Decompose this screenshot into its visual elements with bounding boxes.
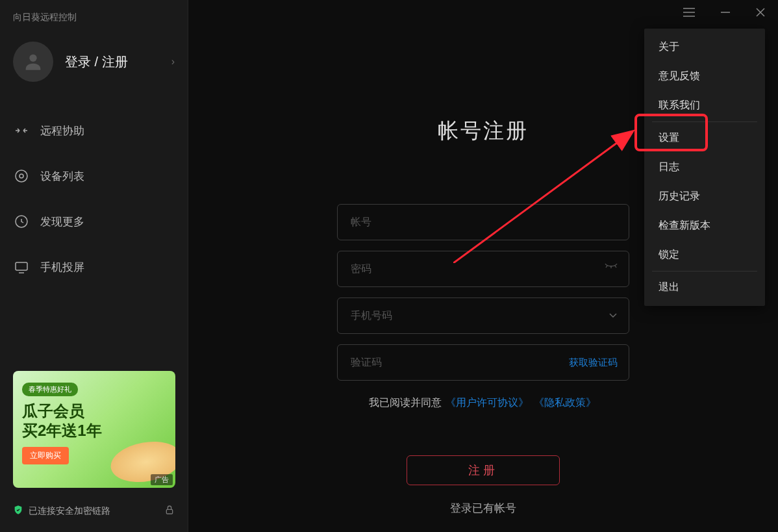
login-register-section[interactable]: 登录 / 注册 › [0,23,188,95]
promo-title: 瓜子会员 买2年送1年 [22,401,166,440]
menu-feedback[interactable]: 意见反馈 [644,62,765,91]
login-register-label: 登录 / 注册 [65,53,171,71]
remote-assist-icon [13,122,30,139]
shield-icon [13,505,23,517]
cast-icon [13,259,30,275]
svg-rect-4 [16,262,27,270]
agreement-text: 我已阅读并同意 《用户许可协议》 《隐私政策》 [369,396,598,410]
chevron-right-icon: › [171,56,175,68]
svg-point-0 [29,55,36,62]
nav-label: 远程协助 [40,123,84,138]
titlebar-controls [683,8,765,17]
privacy-link[interactable]: 《隐私政策》 [534,397,596,408]
minimize-icon [721,8,730,17]
menu-history[interactable]: 历史记录 [644,182,765,211]
promo-buy-button[interactable]: 立即购买 [22,447,69,464]
menu-divider [652,121,757,122]
promo-badge: 春季特惠好礼 [22,383,78,396]
discover-icon [13,213,30,230]
user-icon [22,51,44,73]
menu-about[interactable]: 关于 [644,32,765,62]
status-text: 已连接安全加密链路 [29,505,110,517]
nav-remote-assist[interactable]: 远程协助 [0,108,188,153]
app-title: 向日葵远程控制 [0,0,188,23]
sidebar: 向日葵远程控制 登录 / 注册 › 远程协助 设备列表 发现更多 [0,0,188,532]
promo-banner[interactable]: 春季特惠好礼 瓜子会员 买2年送1年 立即购买 广告 [13,371,175,488]
close-icon [756,8,765,17]
menu-divider [652,271,757,272]
hamburger-icon [683,8,695,17]
form-title: 帐号注册 [438,117,529,146]
menu-settings[interactable]: 设置 [644,123,765,153]
menu-contact[interactable]: 联系我们 [644,91,765,120]
eula-link[interactable]: 《用户许可协议》 [445,397,529,408]
nav-phone-cast[interactable]: 手机投屏 [0,244,188,290]
password-input[interactable] [337,251,629,287]
menu-button[interactable] [683,8,695,17]
svg-point-2 [19,174,23,178]
nav-label: 设备列表 [40,169,84,184]
menu-lock[interactable]: 锁定 [644,240,765,270]
chevron-down-icon[interactable] [609,310,618,322]
main-content: 帐号注册 获取验证码 我已阅读并同意 《用户许可协议》 《隐私政策》 注册 登录… [188,0,778,532]
register-form: 帐号注册 获取验证码 我已阅读并同意 《用户许可协议》 《隐私政策》 注册 登录… [337,117,629,516]
phone-input[interactable] [337,298,629,334]
status-bar: 已连接安全加密链路 [13,504,175,518]
main-dropdown-menu: 关于 意见反馈 联系我们 设置 日志 历史记录 检查新版本 锁定 退出 [644,29,765,306]
register-button[interactable]: 注册 [407,455,560,485]
nav-label: 发现更多 [40,214,84,229]
minimize-button[interactable] [721,8,730,17]
nav-device-list[interactable]: 设备列表 [0,153,188,199]
device-list-icon [13,168,30,184]
lock-icon[interactable] [164,504,175,518]
account-input[interactable] [337,204,629,240]
eye-toggle-icon[interactable] [605,263,618,275]
nav-discover-more[interactable]: 发现更多 [0,199,188,244]
login-existing-link[interactable]: 登录已有帐号 [450,501,516,516]
nav-label: 手机投屏 [40,260,84,275]
nav-list: 远程协助 设备列表 发现更多 手机投屏 [0,108,188,290]
menu-check-update[interactable]: 检查新版本 [644,211,765,240]
get-code-button[interactable]: 获取验证码 [569,357,618,369]
svg-point-1 [16,170,27,182]
close-button[interactable] [756,8,765,17]
menu-log[interactable]: 日志 [644,153,765,182]
svg-rect-5 [166,509,172,514]
menu-exit[interactable]: 退出 [644,273,765,302]
avatar [13,42,53,82]
ad-tag: 广告 [151,474,173,485]
